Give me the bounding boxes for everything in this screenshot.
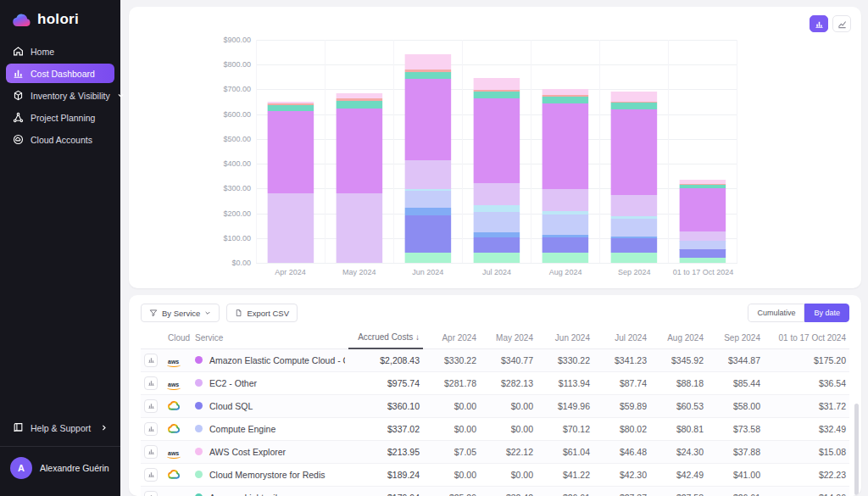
bar-segment[interactable] — [610, 253, 657, 263]
table-scrollbar[interactable] — [854, 404, 859, 495]
service-cell: AWS Cost Explorer — [192, 440, 348, 463]
service-name-wrap: Cloud SQL — [195, 401, 345, 411]
logo[interactable]: holori — [0, 0, 120, 38]
bar-segment[interactable] — [610, 219, 657, 237]
bar-segment[interactable] — [610, 103, 657, 109]
bar-segment[interactable] — [404, 54, 451, 70]
bar-segment[interactable] — [610, 238, 657, 253]
group-by-service-button[interactable]: By Service — [141, 304, 220, 322]
help-support-item[interactable]: Help & Support — [6, 418, 114, 437]
column-header-aug-2024[interactable]: Aug 2024 — [650, 327, 707, 348]
bar-segment[interactable] — [404, 72, 451, 79]
cumulative-button[interactable]: Cumulative — [748, 304, 804, 322]
row-chart-button[interactable] — [144, 399, 158, 413]
sidebar-item-cost-dashboard[interactable]: Cost Dashboard — [6, 64, 114, 83]
table-row[interactable]: Cloud SQL$360.10$0.00$0.00$149.96$59.89$… — [141, 394, 849, 417]
table-row[interactable]: awsAmazon Elastic Compute Cloud - Comput… — [141, 348, 849, 371]
bar-segment[interactable] — [473, 183, 520, 205]
bar-segment[interactable] — [542, 89, 588, 95]
sidebar-item-inventory-visibility[interactable]: Inventory & Visibility — [6, 86, 114, 105]
table-row[interactable]: Cloud Memorystore for Redis$189.24$0.00$… — [141, 463, 849, 486]
bar-chart-toggle-button[interactable] — [810, 15, 828, 32]
column-header-jun-2024[interactable]: Jun 2024 — [537, 327, 593, 348]
series-color-dot — [195, 448, 203, 455]
bar-segment[interactable] — [404, 208, 451, 215]
bar-segment[interactable] — [473, 212, 520, 231]
bar-segment[interactable] — [267, 111, 314, 192]
bar-segment[interactable] — [267, 105, 314, 111]
stacked-bar[interactable] — [679, 40, 726, 263]
column-header-01-to-17-oct-2024[interactable]: 01 to 17 Oct 2024 — [764, 327, 849, 348]
bar-segment[interactable] — [542, 215, 588, 235]
bar-segment[interactable] — [542, 253, 588, 263]
sidebar-item-home[interactable]: Home — [6, 42, 114, 61]
accrued-cost-cell: $213.95 — [348, 440, 423, 463]
service-name-wrap: Amazon Lightsail — [195, 493, 345, 496]
bar-segment[interactable] — [473, 205, 520, 213]
column-header-cloud[interactable]: Cloud — [164, 327, 192, 348]
sidebar-item-project-planning[interactable]: Project Planning — [6, 108, 114, 127]
bar-segment[interactable] — [473, 253, 520, 263]
bar-segment[interactable] — [610, 195, 657, 216]
month-cost-cell: $0.00 — [423, 394, 480, 417]
stacked-bar[interactable] — [404, 40, 451, 263]
row-chart-button[interactable] — [144, 354, 158, 367]
by-date-button[interactable]: By date — [804, 304, 849, 322]
bar-segment[interactable] — [610, 109, 657, 195]
column-header-apr-2024[interactable]: Apr 2024 — [423, 327, 480, 348]
table-row[interactable]: awsEC2 - Other$975.74$281.78$282.13$113.… — [141, 371, 849, 394]
column-header-jul-2024[interactable]: Jul 2024 — [593, 327, 650, 348]
bar-segment[interactable] — [542, 237, 588, 253]
column-header-accrued-costs[interactable]: Accrued Costs ↓ — [348, 327, 423, 348]
bar-segment[interactable] — [679, 241, 726, 248]
bar-segment[interactable] — [542, 189, 588, 211]
bar-segment[interactable] — [610, 92, 657, 101]
bar-segment[interactable] — [404, 79, 451, 160]
inventory-icon — [13, 90, 24, 101]
bar-segment[interactable] — [473, 92, 520, 98]
table-row[interactable]: awsAmazon Lightsail$179.94$25.29$32.42$2… — [141, 486, 849, 496]
chart-category-column — [256, 40, 325, 263]
stacked-bar[interactable] — [267, 40, 314, 263]
column-header-may-2024[interactable]: May 2024 — [480, 327, 537, 348]
bar-segment[interactable] — [404, 160, 451, 188]
bar-segment[interactable] — [679, 231, 726, 241]
row-chart-button[interactable] — [144, 468, 158, 482]
export-csv-button[interactable]: Export CSV — [226, 304, 298, 322]
bar-segment[interactable] — [404, 253, 451, 263]
row-chart-button[interactable] — [144, 376, 158, 390]
bar-segment[interactable] — [473, 237, 520, 253]
y-tick-label: $400.00 — [223, 159, 251, 168]
bar-segment[interactable] — [336, 193, 382, 263]
table-row[interactable]: awsAWS Cost Explorer$213.95$7.05$22.12$6… — [141, 440, 849, 463]
bar-segment[interactable] — [336, 101, 382, 109]
bar-segment[interactable] — [679, 188, 726, 231]
table-row[interactable]: Compute Engine$337.02$0.00$0.00$70.12$80… — [141, 417, 849, 440]
cloud-cell: aws — [164, 440, 192, 463]
table-header-row: CloudServiceAccrued Costs ↓Apr 2024May 2… — [141, 327, 849, 348]
sidebar-item-cloud-accounts[interactable]: Cloud Accounts — [6, 130, 114, 149]
column-header-sep-2024[interactable]: Sep 2024 — [707, 327, 764, 348]
bar-segment[interactable] — [542, 97, 588, 103]
bar-segment[interactable] — [542, 103, 588, 189]
line-chart-toggle-button[interactable] — [832, 15, 851, 32]
bar-segment[interactable] — [473, 98, 520, 183]
bar-segment[interactable] — [267, 193, 314, 263]
stacked-bar[interactable] — [610, 40, 657, 263]
bar-segment[interactable] — [404, 215, 451, 253]
y-tick-label: $900.00 — [223, 36, 251, 44]
bar-segment[interactable] — [404, 191, 451, 208]
bar-segment[interactable] — [679, 249, 726, 257]
user-account[interactable]: A Alexandre Guérin — [0, 447, 120, 489]
row-chart-button[interactable] — [144, 491, 158, 496]
row-chart-button[interactable] — [144, 445, 158, 459]
stacked-bar[interactable] — [473, 40, 520, 263]
x-axis: Apr 2024May 2024Jun 2024Jul 2024Aug 2024… — [256, 268, 737, 276]
row-chart-button[interactable] — [144, 422, 158, 436]
bar-segment[interactable] — [336, 109, 382, 193]
column-header-service[interactable]: Service — [192, 327, 348, 348]
stacked-bar[interactable] — [336, 40, 382, 263]
bar-segment[interactable] — [473, 78, 520, 90]
bar-segment[interactable] — [679, 258, 726, 263]
stacked-bar[interactable] — [542, 40, 588, 263]
